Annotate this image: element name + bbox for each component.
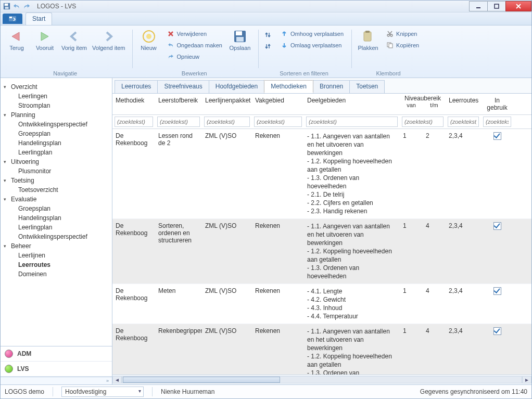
nav-item[interactable]: Leerlingplan xyxy=(3,148,110,157)
nav-lvs[interactable]: LVS xyxy=(1,362,112,377)
close-button[interactable] xyxy=(505,1,531,11)
nav-item[interactable]: Ontwikkelingsperspectief xyxy=(3,120,110,129)
table-cell xyxy=(481,284,513,324)
filter-leerroutes[interactable] xyxy=(448,117,479,127)
delete-button[interactable]: Verwijderen xyxy=(164,29,225,39)
redo-icon[interactable] xyxy=(22,2,31,10)
nav-category[interactable]: ▾Planning xyxy=(3,110,110,120)
subtab-toetsen[interactable]: Toetsen xyxy=(349,80,385,93)
nav-item[interactable]: Leerlingen xyxy=(3,92,110,101)
move-down-button[interactable]: Omlaag verplaatsen xyxy=(277,40,346,50)
paste-button[interactable]: Plakken xyxy=(355,27,381,53)
subtab-leerroutes[interactable]: Leerroutes xyxy=(115,80,158,93)
filter-ingebruik[interactable] xyxy=(483,117,511,127)
nav-category[interactable]: ▾Uitvoering xyxy=(3,157,110,166)
nav-category[interactable]: ▾Beheer xyxy=(3,241,110,251)
in-gebruik-checkbox[interactable] xyxy=(493,287,501,295)
table-row[interactable]: De RekenboogRekenbegrippenZML (V)SOReken… xyxy=(112,324,531,375)
col-niveaubereik[interactable]: Niveaubereik vant/m xyxy=(400,94,446,114)
redo-button[interactable]: Opnieuw xyxy=(164,52,225,62)
col-ingebruik[interactable]: In gebruik xyxy=(481,94,513,114)
save-button[interactable]: Opslaan xyxy=(227,27,253,53)
nav-item[interactable]: Groepsplan xyxy=(3,204,110,213)
prev-item-label: Vorig item xyxy=(61,45,87,51)
app-title: LOGOS - LVS xyxy=(37,3,76,10)
nav-item[interactable]: Stroomplan xyxy=(3,101,110,110)
move-up-button[interactable]: Omhoog verplaatsen xyxy=(277,29,346,39)
nav-item[interactable]: Plusmonitor xyxy=(3,166,110,176)
filter-leerstofbereik[interactable] xyxy=(157,117,200,127)
col-methodiek[interactable]: Methodiek xyxy=(112,94,155,114)
nav-collapse-strip[interactable]: » xyxy=(1,377,112,384)
nav-category[interactable]: ▾Evaluatie xyxy=(3,195,110,204)
table-cell: 2 xyxy=(423,129,446,218)
nav-item[interactable]: Leerroutes xyxy=(3,260,110,269)
nav-adm[interactable]: ADM xyxy=(1,346,112,362)
svg-rect-4 xyxy=(495,4,499,8)
table-row[interactable]: De RekenboogMetenZML (V)SORekenen4.1. Le… xyxy=(112,284,531,324)
nav-item[interactable]: Ontwikkelingsperspectief xyxy=(3,232,110,241)
copy-button[interactable]: Kopiëren xyxy=(383,40,422,50)
nav-item[interactable]: Domeinen xyxy=(3,269,110,279)
in-gebruik-checkbox[interactable] xyxy=(493,222,501,230)
nav-item[interactable]: Leerlijnen xyxy=(3,251,110,260)
nav-label: Toetsoverzicht xyxy=(18,186,58,194)
prev-item-button[interactable]: Vorig item xyxy=(60,27,88,53)
filter-niveaubereik[interactable] xyxy=(402,117,444,127)
col-leerstofbereik[interactable]: Leerstofbereik xyxy=(155,94,202,114)
in-gebruik-checkbox[interactable] xyxy=(493,132,501,140)
subtab-methodieken[interactable]: Methodieken xyxy=(264,80,313,93)
arrow-down-icon xyxy=(280,41,288,49)
sort-desc-button[interactable] xyxy=(262,41,275,52)
nav-item[interactable]: Handelingsplan xyxy=(3,138,110,148)
undo-button[interactable]: Ongedaan maken xyxy=(164,40,225,50)
nav-label: Evaluatie xyxy=(11,196,36,203)
nav-category[interactable]: ▾Overzicht xyxy=(3,82,110,92)
minimize-button[interactable] xyxy=(469,1,488,11)
nav-category[interactable]: ▾Toetsing xyxy=(3,176,110,185)
col-vakgebied[interactable]: Vakgebied xyxy=(252,94,304,114)
nav-item[interactable]: Toetsoverzicht xyxy=(3,185,110,195)
nav-item[interactable]: Handelingsplan xyxy=(3,213,110,223)
vestiging-dropdown[interactable]: Hoofdvestiging xyxy=(61,387,144,397)
back-button[interactable]: Terug xyxy=(4,27,30,53)
col-deelgebieden[interactable]: Deelgebieden xyxy=(304,94,400,114)
scroll-thumb[interactable] xyxy=(123,377,280,383)
new-button[interactable]: Nieuw xyxy=(136,27,162,53)
scroll-right-button[interactable]: ▸ xyxy=(522,376,531,383)
save-icon[interactable] xyxy=(3,2,11,10)
table-cell: De Rekenboog xyxy=(112,284,155,324)
table-row[interactable]: De RekenboogLessen rond de 2ZML (V)SORek… xyxy=(112,129,531,219)
cut-button[interactable]: Knippen xyxy=(383,29,422,39)
in-gebruik-checkbox[interactable] xyxy=(493,327,501,335)
nav-label: Leerlingplan xyxy=(18,149,52,156)
svg-rect-13 xyxy=(365,31,370,33)
subtab-hoofdgebieden[interactable]: Hoofdgebieden xyxy=(209,80,264,93)
next-item-button[interactable]: Volgend item xyxy=(91,27,127,53)
sort-asc-button[interactable] xyxy=(262,30,275,40)
subtab-streefniveaus[interactable]: Streefniveaus xyxy=(157,80,209,93)
horizontal-scrollbar[interactable]: ◂ ▸ xyxy=(112,375,531,384)
tab-start[interactable]: Start xyxy=(26,12,52,25)
table-cell: 1 xyxy=(400,324,423,375)
svg-rect-17 xyxy=(389,44,392,48)
forward-button[interactable]: Vooruit xyxy=(32,27,58,53)
delete-icon xyxy=(167,30,175,38)
arrow-up-icon xyxy=(280,30,288,38)
maximize-button[interactable] xyxy=(487,1,506,11)
filter-deelgebieden[interactable] xyxy=(306,117,398,127)
filter-vakgebied[interactable] xyxy=(254,117,302,127)
table-cell: 4.1. Lengte4.2. Gewicht4.3. Inhoud4.4. T… xyxy=(304,284,400,324)
undo-icon[interactable] xyxy=(12,2,21,10)
nav-item[interactable]: Leerlingplan xyxy=(3,223,110,232)
scroll-left-button[interactable]: ◂ xyxy=(112,376,122,383)
col-leerroutes[interactable]: Leerroutes xyxy=(446,94,481,114)
filter-leerlijnenpakket[interactable] xyxy=(204,117,250,127)
col-leerlijnenpakket[interactable]: Leerlijnenpakket xyxy=(202,94,252,114)
filter-methodiek[interactable] xyxy=(115,117,153,127)
grid-rows[interactable]: De RekenboogLessen rond de 2ZML (V)SORek… xyxy=(112,129,531,375)
table-row[interactable]: De RekenboogSorteren, ordenen en structu… xyxy=(112,219,531,284)
file-menu-button[interactable] xyxy=(3,14,22,24)
subtab-bronnen[interactable]: Bronnen xyxy=(313,80,350,93)
nav-item[interactable]: Groepsplan xyxy=(3,129,110,138)
